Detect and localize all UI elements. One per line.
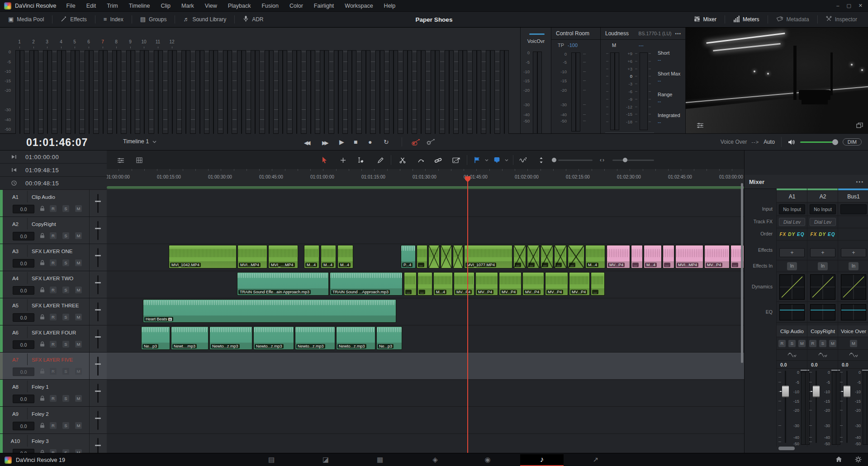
lock-icon[interactable] bbox=[40, 423, 45, 429]
page-button-fusion[interactable]: ◈ bbox=[427, 454, 443, 465]
page-button-deliver[interactable]: ↗ bbox=[588, 454, 603, 465]
track-fader-handle[interactable] bbox=[95, 282, 101, 283]
track-fader-handle[interactable] bbox=[95, 228, 101, 229]
clip[interactable]: ... bbox=[541, 245, 553, 268]
order-badge-eq[interactable]: EQ bbox=[828, 232, 835, 237]
clip[interactable]: Newto...z.mp3 bbox=[295, 326, 335, 350]
track-m-button[interactable]: M bbox=[75, 341, 82, 348]
menu-item-timeline[interactable]: Timeline bbox=[129, 3, 150, 9]
track-fader-handle[interactable] bbox=[95, 391, 101, 392]
track-fx-slot[interactable]: Dial Lev bbox=[810, 218, 836, 226]
clip[interactable]: Newto...z.mp3 bbox=[253, 326, 294, 350]
order-badge-dy[interactable]: DY bbox=[819, 232, 826, 237]
track-fader-handle[interactable] bbox=[95, 309, 101, 311]
channel-name[interactable]: Bus1 bbox=[838, 191, 868, 202]
order-badge-eq[interactable]: EQ bbox=[797, 232, 804, 237]
track-s-button[interactable]: S bbox=[62, 368, 69, 375]
clip[interactable]: MV...P4 bbox=[607, 245, 630, 268]
viewer-settings-icon[interactable] bbox=[697, 122, 704, 130]
close-button[interactable]: ✕ bbox=[859, 3, 863, 9]
track-r-button[interactable]: R bbox=[50, 422, 57, 429]
fader-handle[interactable] bbox=[844, 386, 850, 397]
volume-slider-handle[interactable] bbox=[832, 139, 838, 145]
page-button-cut[interactable]: ◪ bbox=[318, 454, 333, 465]
zoom-slider-dot[interactable] bbox=[552, 158, 556, 162]
timeline-row-a8[interactable] bbox=[107, 380, 744, 407]
menu-item-fusion[interactable]: Fusion bbox=[261, 3, 279, 9]
order-badge-fx[interactable]: FX bbox=[810, 232, 817, 237]
track-header-a8[interactable]: A8Foley 10.0RSM bbox=[0, 380, 107, 407]
track-r-button[interactable]: R bbox=[50, 395, 57, 402]
lock-icon[interactable] bbox=[40, 206, 45, 212]
lock-icon[interactable] bbox=[40, 287, 45, 294]
clip[interactable]: MV...P4 bbox=[499, 272, 522, 296]
maximize-button[interactable]: ▢ bbox=[846, 3, 851, 9]
clip[interactable]: M...4 bbox=[304, 245, 319, 268]
mixer-button[interactable]: Mixer bbox=[686, 12, 725, 27]
timeline-row-a1[interactable] bbox=[107, 190, 744, 217]
loudness-menu-icon[interactable]: ••• bbox=[675, 31, 681, 36]
track-s-button[interactable]: S bbox=[62, 259, 69, 266]
timeline-row-a10[interactable] bbox=[107, 434, 744, 453]
track-gain-field[interactable]: 0.0 bbox=[13, 205, 34, 213]
clip[interactable]: ... bbox=[513, 245, 526, 268]
track-gain-field[interactable]: 0.0 bbox=[13, 395, 34, 403]
lock-icon[interactable] bbox=[40, 341, 45, 348]
track-s-button[interactable]: S bbox=[62, 395, 69, 402]
automation-toggle-icon[interactable] bbox=[412, 138, 421, 147]
track-m-button[interactable]: M bbox=[75, 259, 82, 266]
track-m-button[interactable]: M bbox=[75, 395, 82, 402]
add-effect-button[interactable]: + bbox=[810, 248, 835, 257]
input-select[interactable]: No Input bbox=[810, 204, 836, 214]
track-header-a5[interactable]: A5SFX LAYER THREE0.0RSM bbox=[0, 298, 107, 325]
razor-tool-icon[interactable] bbox=[398, 155, 407, 165]
track-s-button[interactable]: S bbox=[62, 287, 69, 293]
clip[interactable]: Heart Beats ≣ bbox=[143, 299, 396, 323]
strip-m-button[interactable]: M bbox=[798, 340, 806, 347]
track-r-button[interactable]: R bbox=[50, 314, 57, 320]
clip[interactable]: MV...P4 bbox=[454, 272, 474, 296]
eq-graph[interactable] bbox=[841, 304, 866, 320]
timeline-row-a6[interactable]: Ne...p3Newt....mp3Newto...z.mp3Newto...z… bbox=[107, 325, 744, 353]
strip-s-button[interactable]: S bbox=[788, 340, 796, 347]
track-header-a6[interactable]: A6SFX LAYER FOUR0.0RSM bbox=[0, 325, 107, 353]
track-m-button[interactable]: M bbox=[75, 314, 82, 320]
track-fader-handle[interactable] bbox=[95, 255, 101, 256]
adr-button[interactable]: ADR bbox=[235, 12, 271, 27]
menu-item-playback[interactable]: Playback bbox=[228, 3, 251, 9]
clip[interactable]: M...4 bbox=[337, 245, 353, 268]
track-fader[interactable] bbox=[89, 244, 107, 271]
track-r-button[interactable]: R bbox=[50, 259, 57, 266]
track-fader[interactable] bbox=[89, 271, 107, 298]
clip[interactable]: MVI...MP4 bbox=[237, 245, 267, 268]
track-m-button[interactable]: M bbox=[75, 205, 82, 212]
dynamics-graph[interactable] bbox=[810, 274, 835, 300]
clip[interactable] bbox=[428, 245, 440, 268]
lock-icon[interactable] bbox=[40, 314, 45, 321]
menu-item-workspace[interactable]: Workspace bbox=[345, 3, 373, 9]
viewer-popout-icon[interactable] bbox=[856, 122, 863, 130]
zoom-slider[interactable] bbox=[558, 160, 593, 161]
minimize-button[interactable]: – bbox=[836, 3, 839, 9]
clip[interactable] bbox=[453, 245, 463, 268]
track-header-a2[interactable]: A2CopyRight0.0RSM bbox=[0, 217, 107, 244]
lock-icon[interactable] bbox=[40, 450, 45, 453]
menu-item-view[interactable]: View bbox=[205, 3, 217, 9]
track-r-button[interactable]: R bbox=[50, 449, 57, 453]
marker-button-icon[interactable] bbox=[492, 155, 501, 165]
timeline-row-a2[interactable] bbox=[107, 217, 744, 244]
track-header-a7[interactable]: A7SFX LAYER FIVE0.0RSM bbox=[0, 353, 107, 380]
meters-button[interactable]: Meters bbox=[725, 12, 768, 27]
page-button-fairlight[interactable]: ♪ bbox=[520, 454, 564, 466]
fader-handle[interactable] bbox=[782, 386, 789, 397]
pointer-tool-icon[interactable] bbox=[319, 155, 328, 165]
menu-item-trim[interactable]: Trim bbox=[107, 3, 118, 9]
timeline-vertical-scrollbar[interactable] bbox=[741, 183, 743, 363]
track-s-button[interactable]: S bbox=[62, 205, 69, 212]
timeline-row-a3[interactable]: MVI_1042.MP4MVI...MP4MVI_....MP4M...4M..… bbox=[107, 244, 744, 271]
marker-chevron-icon[interactable] bbox=[502, 155, 511, 165]
track-s-button[interactable]: S bbox=[62, 449, 69, 453]
strip-r-button[interactable]: R bbox=[778, 340, 786, 347]
timecode-display[interactable]: 01:01:46:07 bbox=[26, 137, 88, 149]
clip[interactable] bbox=[441, 245, 452, 268]
